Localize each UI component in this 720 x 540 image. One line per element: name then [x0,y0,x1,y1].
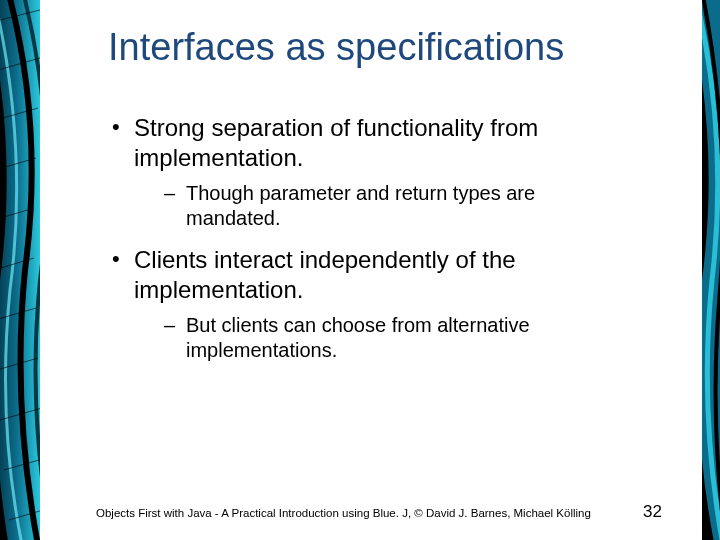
decorative-feather-left [0,0,40,540]
slide-title: Interfaces as specifications [108,26,702,69]
bullet-text: Clients interact independently of the im… [134,246,516,303]
sub-bullet-list: Though parameter and return types are ma… [164,181,632,231]
sub-bullet-text: But clients can choose from alternative … [186,314,530,361]
sub-bullet-text: Though parameter and return types are ma… [186,182,535,229]
sub-bullet-list: But clients can choose from alternative … [164,313,632,363]
slide-content: Interfaces as specifications Strong sepa… [40,0,702,540]
page-number: 32 [643,502,662,522]
bullet-item: Clients interact independently of the im… [110,245,632,363]
bullet-text: Strong separation of functionality from … [134,114,538,171]
slide-footer: Objects First with Java - A Practical In… [96,502,662,522]
decorative-feather-right [702,0,720,540]
footer-attribution: Objects First with Java - A Practical In… [96,507,591,519]
bullet-item: Strong separation of functionality from … [110,113,632,231]
sub-bullet-item: Though parameter and return types are ma… [164,181,632,231]
sub-bullet-item: But clients can choose from alternative … [164,313,632,363]
slide: Interfaces as specifications Strong sepa… [0,0,720,540]
bullet-list: Strong separation of functionality from … [110,113,632,363]
